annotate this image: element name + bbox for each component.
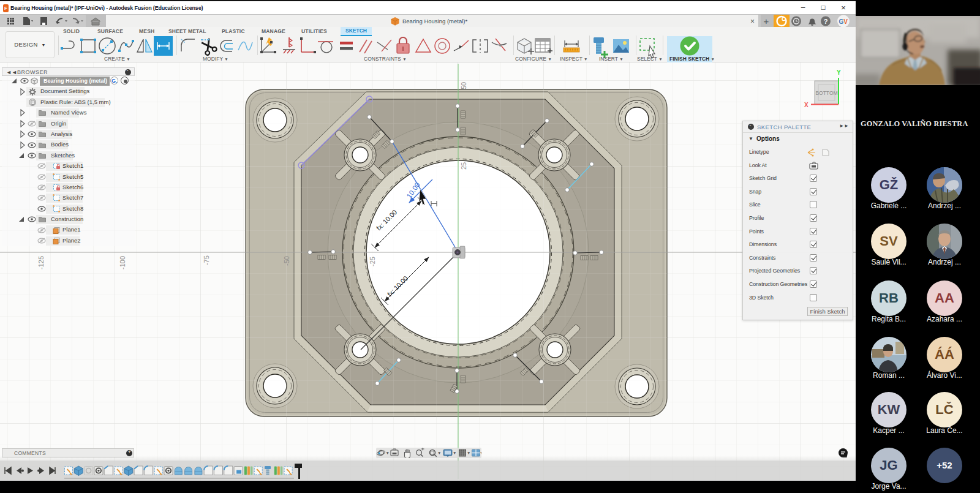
svg-text:-75: -75 [203,255,210,265]
svg-text:-100: -100 [119,256,126,269]
svg-text:-25: -25 [369,257,376,266]
svg-text:-125: -125 [37,256,45,269]
svg-text:▼: ▼ [453,451,456,455]
svg-text:▼: ▼ [386,451,390,455]
svg-text:BOTTOM: BOTTOM [815,90,837,96]
svg-text:50: 50 [460,82,467,89]
svg-text:-50: -50 [283,256,290,266]
svg-text:GV: GV [839,18,848,25]
svg-text:Y: Y [837,69,841,76]
svg-text:×: × [750,17,755,26]
svg-text:?: ? [824,18,828,25]
svg-text:▼: ▼ [467,451,470,455]
svg-text:+: + [764,16,769,26]
svg-text:X: X [804,102,809,108]
svg-text:▼: ▼ [437,451,441,455]
svg-text:25: 25 [460,162,467,170]
svg-text:▼: ▼ [480,451,481,455]
